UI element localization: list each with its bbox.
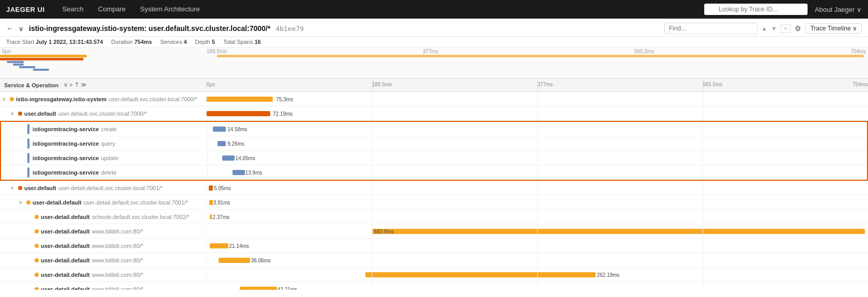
span-timeline-cell: 42.21ms — [207, 282, 868, 290]
span-bar — [222, 155, 235, 161]
expand-icon[interactable] — [20, 140, 26, 146]
close-find-icon[interactable]: ✕ — [781, 24, 791, 33]
minimap-tick-0: 0μs — [2, 49, 10, 54]
expand-icon[interactable] — [20, 155, 26, 161]
service-color-dot — [35, 229, 39, 233]
service-color-dot — [35, 287, 39, 290]
nav-search[interactable]: Search — [55, 0, 91, 19]
services-info: Services 4 — [160, 39, 187, 45]
span-row[interactable]: istiogormtracing-service query 9.26ms — [1, 136, 867, 151]
operation-name: www.bilibili.com:80/* — [92, 243, 144, 249]
svg-rect-5 — [33, 69, 49, 71]
span-row[interactable]: istiogormtracing-service update 14.05ms — [1, 151, 867, 165]
span-row[interactable]: ∨ istio-ingressgateway.istio-system user… — [0, 92, 868, 106]
span-row[interactable]: user-detail.default www.bilibili.com:80/… — [0, 239, 868, 253]
service-name: user-detail.default — [41, 243, 90, 249]
span-service-cell: user-detail.default www.bilibili.com:80/… — [0, 243, 207, 249]
tick-4: 754ms — [853, 82, 868, 87]
span-timeline-cell: 9.26ms — [208, 136, 867, 150]
service-name: istiogormtracing-service — [33, 140, 99, 147]
nav-system-architecture[interactable]: System Architecture — [133, 0, 207, 19]
span-bar — [233, 170, 244, 175]
spans-container: ∨ istio-ingressgateway.istio-system user… — [0, 92, 868, 290]
trace-timeline-button[interactable]: Trace Timeline ∨ — [805, 23, 862, 34]
nav-down-icon[interactable]: ▼ — [771, 25, 777, 32]
trace-lookup-input[interactable] — [704, 4, 808, 15]
expand-icon[interactable] — [27, 228, 33, 234]
span-row[interactable]: user-detail.default www.bilibili.com:80/… — [0, 253, 868, 268]
expand-icon[interactable] — [20, 169, 26, 175]
expand-icon[interactable]: ∨ — [10, 111, 17, 116]
expand-icon[interactable]: ∨ — [2, 96, 8, 102]
span-duration-label: 36.06ms — [251, 257, 271, 263]
main-container: Service & Operation ∨ > ⤒ ≫ 0μs 188.5ms … — [0, 79, 868, 290]
back-button[interactable]: ← — [6, 24, 13, 33]
span-duration-label: 2.37ms — [213, 214, 230, 220]
collapse-button[interactable]: ∨ — [19, 25, 24, 33]
span-row[interactable]: user-detail.default schoole.default.svc.… — [0, 210, 868, 224]
span-row[interactable]: ∨ user-detail.default user-detail.defaul… — [0, 195, 868, 210]
spans-scroll[interactable]: ∨ istio-ingressgateway.istio-system user… — [0, 92, 868, 290]
find-input[interactable] — [664, 23, 757, 34]
span-bar — [219, 258, 250, 263]
span-duration-label: 14.05ms — [236, 155, 255, 161]
expand-icon[interactable]: ∨ — [19, 199, 25, 205]
expand-icon[interactable] — [20, 126, 26, 132]
operation-name: schoole.default.svc.cluster.local:7002/* — [92, 214, 190, 220]
expand-right-icon[interactable]: > — [69, 82, 72, 88]
span-duration-label: 3.91ms — [213, 199, 230, 205]
service-color-dot — [35, 244, 39, 248]
span-row[interactable]: user-detail.default www.bilibili.com:80/… — [0, 224, 868, 239]
span-timeline-cell: 262.19ms — [207, 268, 868, 282]
operation-name: update — [101, 155, 118, 161]
expand-icon[interactable] — [27, 286, 33, 290]
trace-meta: Trace Start July 1 2022, 13:31:43.574 Du… — [0, 37, 868, 48]
expand-all-icon[interactable]: ≫ — [81, 82, 87, 88]
timeline-header: Service & Operation ∨ > ⤒ ≫ 0μs 188.5ms … — [0, 79, 868, 92]
operation-name: create — [101, 126, 117, 132]
span-row[interactable]: user-detail.default www.bilibili.com:80/… — [0, 282, 868, 290]
timeline-col-header: 0μs 188.5ms 377ms 565.5ms 754ms — [207, 79, 868, 92]
trace-title: istio-ingressgateway.istio-system: user.… — [29, 24, 270, 33]
span-bar — [213, 127, 226, 132]
service-color-dot — [18, 112, 22, 116]
span-duration-label: 9.26ms — [227, 140, 244, 146]
total-spans-info: Total Spans 16 — [223, 39, 261, 45]
span-bar — [210, 243, 228, 248]
service-name: user-detail.default — [41, 286, 90, 290]
span-row[interactable]: user-detail.default www.bilibili.com:80/… — [0, 268, 868, 282]
expand-icon[interactable] — [27, 243, 33, 248]
span-duration-label: 262.19ms — [597, 272, 619, 277]
tick-3: 565.5ms — [703, 82, 722, 87]
expand-icon[interactable] — [27, 272, 33, 277]
about-jaeger[interactable]: About Jaeger ∨ — [815, 6, 862, 13]
span-row[interactable]: istiogormtracing-service delete 13.9ms — [1, 165, 867, 180]
span-service-cell: ∨ user-detail.default user-detail.defaul… — [0, 199, 207, 206]
span-duration-label: 75.3ms — [276, 96, 293, 102]
span-bar — [210, 214, 212, 220]
span-service-cell: istiogormtracing-service delete — [1, 167, 208, 178]
service-color-dot — [26, 200, 30, 205]
trace-minimap[interactable]: 0μs 188.5ms 377ms 565.5ms 754ms — [0, 48, 868, 79]
settings-icon[interactable]: ⚙ — [795, 24, 801, 33]
nav-up-icon[interactable]: ▲ — [762, 25, 767, 32]
expand-all-down-icon[interactable]: ∨ — [64, 82, 68, 88]
expand-icon[interactable] — [27, 214, 33, 220]
service-color-bar — [27, 124, 29, 134]
tick-2: 377ms — [537, 82, 553, 87]
operation-name: www.bilibili.com:80/* — [92, 272, 144, 278]
span-row[interactable]: ∨ user.default user.default.svc.cluster.… — [0, 106, 868, 121]
expand-icon[interactable] — [27, 257, 33, 263]
span-row[interactable]: ∨ user.default user-detail.default.svc.c… — [0, 181, 868, 195]
span-duration-label: 42.21ms — [277, 286, 297, 290]
expand-icon[interactable]: ∨ — [10, 185, 17, 191]
span-service-cell: istiogormtracing-service query — [1, 138, 208, 149]
span-service-cell: user-detail.default www.bilibili.com:80/… — [0, 228, 207, 235]
service-name: user-detail.default — [41, 257, 90, 263]
collapse-all-icon[interactable]: ⤒ — [74, 82, 79, 88]
nav-compare[interactable]: Compare — [91, 0, 133, 19]
service-name: user-detail.default — [41, 228, 90, 235]
span-row[interactable]: istiogormtracing-service create 14.58ms — [1, 122, 867, 136]
service-name: istiogormtracing-service — [33, 169, 99, 176]
operation-name: delete — [101, 169, 116, 176]
